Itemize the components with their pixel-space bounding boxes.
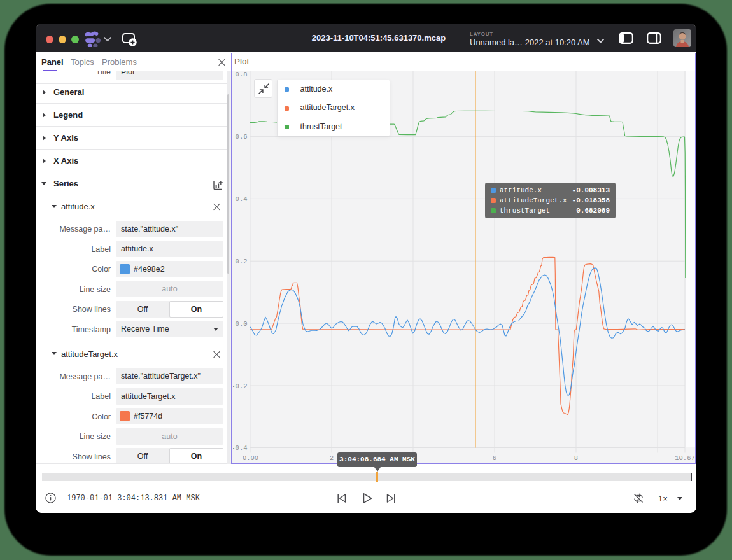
- svg-text:6: 6: [493, 454, 496, 462]
- svg-text:0.2: 0.2: [236, 258, 248, 265]
- svg-text:0.4: 0.4: [236, 195, 248, 203]
- svg-text:10.67: 10.67: [675, 454, 695, 462]
- svg-text:8: 8: [574, 454, 578, 462]
- svg-text:0.8: 0.8: [236, 71, 248, 78]
- svg-text:2: 2: [330, 454, 334, 462]
- svg-text:-0.4: -0.4: [233, 444, 248, 452]
- svg-text:-0.2: -0.2: [233, 382, 248, 390]
- svg-text:0.0: 0.0: [236, 320, 248, 328]
- svg-text:0.6: 0.6: [236, 133, 248, 141]
- svg-text:0.00: 0.00: [243, 454, 258, 462]
